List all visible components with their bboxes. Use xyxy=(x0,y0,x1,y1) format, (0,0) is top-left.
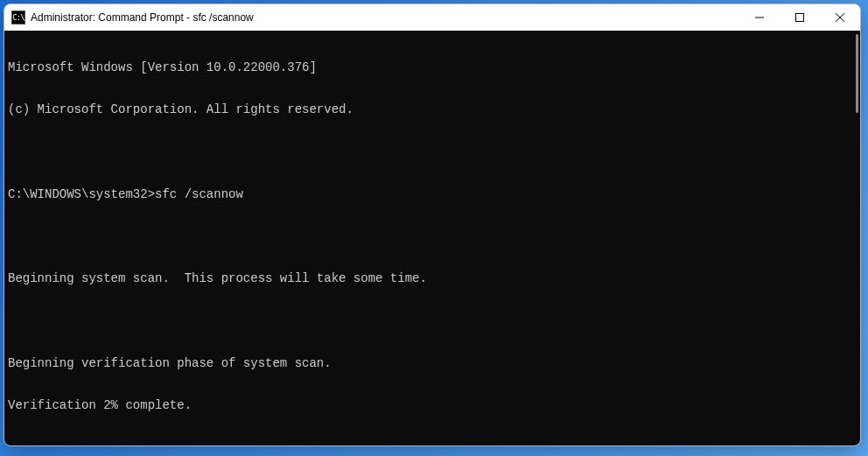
terminal-line xyxy=(8,229,857,243)
terminal-line: (c) Microsoft Corporation. All rights re… xyxy=(8,102,857,116)
command-prompt-window: C:\ Administrator: Command Prompt - sfc … xyxy=(4,4,861,446)
terminal-line: Beginning verification phase of system s… xyxy=(8,356,857,370)
terminal-line xyxy=(8,145,857,159)
cmd-icon: C:\ xyxy=(11,11,25,25)
svg-rect-1 xyxy=(796,14,804,22)
titlebar[interactable]: C:\ Administrator: Command Prompt - sfc … xyxy=(4,4,860,31)
maximize-button[interactable] xyxy=(780,4,820,31)
terminal-output[interactable]: Microsoft Windows [Version 10.0.22000.37… xyxy=(4,31,860,445)
terminal-line xyxy=(8,314,857,328)
scrollbar-thumb[interactable] xyxy=(856,34,858,113)
close-button[interactable] xyxy=(820,4,860,31)
terminal-line: Verification 2% complete. xyxy=(8,398,857,412)
window-title: Administrator: Command Prompt - sfc /sca… xyxy=(31,11,739,24)
terminal-line: Beginning system scan. This process will… xyxy=(8,271,857,285)
window-controls xyxy=(739,4,860,31)
terminal-line: Microsoft Windows [Version 10.0.22000.37… xyxy=(8,60,857,74)
terminal-line: C:\WINDOWS\system32>sfc /scannow xyxy=(8,187,857,201)
minimize-button[interactable] xyxy=(739,4,780,31)
